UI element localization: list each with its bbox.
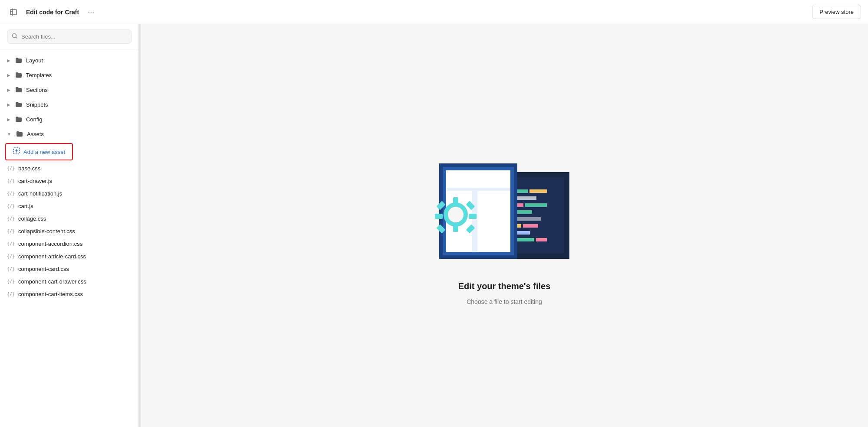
file-name: cart-drawer.js — [18, 178, 52, 184]
search-bar — [0, 24, 138, 49]
sidebar-item-label: Config — [26, 116, 43, 123]
search-input-wrap — [7, 29, 132, 44]
sidebar-item-sections[interactable]: ▶ Sections — [0, 82, 138, 97]
file-type-badge: {/} — [7, 279, 15, 284]
file-type-badge: {/} — [7, 166, 15, 171]
folder-icon — [15, 71, 23, 79]
list-item[interactable]: {/} component-accordion.css — [0, 238, 138, 250]
file-type-badge: {/} — [7, 204, 15, 209]
chevron-right-icon: ▶ — [7, 73, 10, 78]
list-item[interactable]: {/} cart-drawer.js — [0, 175, 138, 187]
sidebar-item-label: Templates — [26, 72, 52, 78]
search-input[interactable] — [21, 33, 127, 40]
list-item[interactable]: {/} component-cart-items.css — [0, 288, 138, 300]
list-item[interactable]: {/} cart-notification.js — [0, 187, 138, 200]
page-title: Edit code for Craft — [26, 9, 79, 16]
file-name: component-article-card.css — [18, 253, 86, 260]
file-type-badge: {/} — [7, 191, 15, 196]
chevron-right-icon: ▶ — [7, 88, 10, 92]
preview-store-button[interactable]: Preview store — [812, 5, 861, 19]
more-button[interactable]: ··· — [84, 6, 98, 18]
sidebar-item-label: Assets — [27, 131, 44, 137]
list-item[interactable]: {/} component-article-card.css — [0, 250, 138, 263]
list-item[interactable]: {/} collage.css — [0, 212, 138, 225]
search-icon — [12, 33, 18, 40]
file-type-badge: {/} — [7, 292, 15, 297]
svg-rect-7 — [529, 189, 547, 193]
file-type-badge: {/} — [7, 179, 15, 183]
add-asset-icon — [13, 147, 20, 156]
sidebar: ▶ Layout ▶ Templates ▶ Sections — [0, 24, 139, 427]
svg-rect-12 — [525, 203, 547, 207]
list-item[interactable]: {/} collapsible-content.css — [0, 225, 138, 238]
svg-rect-24 — [536, 238, 547, 241]
sidebar-item-assets[interactable]: ▼ Assets — [0, 127, 138, 141]
sidebar-item-snippets[interactable]: ▶ Snippets — [0, 97, 138, 112]
file-name: component-accordion.css — [18, 241, 82, 247]
svg-rect-33 — [453, 224, 458, 232]
svg-rect-19 — [523, 224, 538, 228]
svg-rect-32 — [453, 197, 458, 205]
back-button[interactable] — [7, 5, 21, 19]
svg-point-40 — [448, 207, 464, 222]
svg-rect-34 — [435, 214, 443, 219]
svg-rect-28 — [446, 170, 510, 188]
file-type-badge: {/} — [7, 254, 15, 259]
file-name: collage.css — [18, 215, 46, 222]
file-name: collapsible-content.css — [18, 228, 75, 235]
file-name: component-cart-items.css — [18, 291, 83, 297]
empty-state-title: Edit your theme's files — [458, 281, 551, 291]
file-name: component-card.css — [18, 266, 69, 272]
file-type-badge: {/} — [7, 216, 15, 221]
list-item[interactable]: {/} component-cart-drawer.css — [0, 275, 138, 288]
add-new-asset-button[interactable]: Add a new asset — [5, 143, 73, 160]
sidebar-item-label: Layout — [26, 57, 43, 64]
file-name: cart.js — [18, 203, 33, 209]
file-name: base.css — [18, 165, 40, 172]
chevron-down-icon: ▼ — [7, 132, 11, 137]
list-item[interactable]: {/} base.css — [0, 162, 138, 175]
back-icon — [10, 8, 18, 16]
body: ▶ Layout ▶ Templates ▶ Sections — [0, 24, 868, 427]
sidebar-item-label: Snippets — [26, 101, 48, 108]
chevron-right-icon: ▶ — [7, 117, 10, 122]
header-left: Edit code for Craft ··· — [7, 5, 98, 19]
sidebar-list: ▶ Layout ▶ Templates ▶ Sections — [0, 49, 138, 427]
main-content: Edit your theme's files Choose a file to… — [141, 24, 868, 427]
chevron-right-icon: ▶ — [7, 58, 10, 63]
sidebar-item-layout[interactable]: ▶ Layout — [0, 53, 138, 68]
empty-state: Edit your theme's files Choose a file to… — [409, 146, 600, 305]
sidebar-item-label: Sections — [26, 87, 48, 93]
add-asset-label: Add a new asset — [23, 149, 65, 155]
sidebar-item-config[interactable]: ▶ Config — [0, 112, 138, 127]
file-type-badge: {/} — [7, 229, 15, 234]
empty-state-subtitle: Choose a file to start editing — [467, 298, 542, 305]
folder-icon — [15, 86, 23, 94]
svg-rect-0 — [10, 10, 16, 15]
list-item[interactable]: {/} cart.js — [0, 200, 138, 212]
folder-open-icon — [16, 130, 23, 138]
svg-rect-35 — [469, 214, 477, 219]
sidebar-item-templates[interactable]: ▶ Templates — [0, 68, 138, 82]
file-type-badge: {/} — [7, 267, 15, 271]
file-name: component-cart-drawer.css — [18, 278, 86, 285]
folder-icon — [15, 56, 23, 64]
file-name: cart-notification.js — [18, 190, 62, 197]
folder-icon — [15, 115, 23, 123]
header: Edit code for Craft ··· Preview store — [0, 0, 868, 24]
svg-rect-30 — [477, 191, 510, 252]
chevron-right-icon: ▶ — [7, 102, 10, 107]
list-item[interactable]: {/} component-card.css — [0, 263, 138, 275]
folder-icon — [15, 101, 23, 108]
file-type-badge: {/} — [7, 241, 15, 246]
theme-illustration — [409, 146, 600, 267]
